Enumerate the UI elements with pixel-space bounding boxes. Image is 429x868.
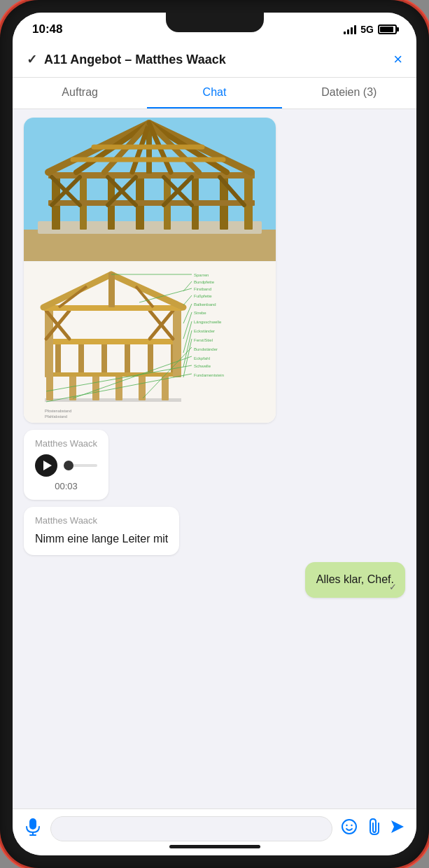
svg-rect-47	[173, 307, 181, 377]
audio-duration: 00:03	[35, 481, 97, 491]
timber-diagram: Sparren Bundpfette Firstband Fußpfette B…	[31, 269, 269, 419]
message-input[interactable]	[50, 816, 332, 841]
svg-text:Pfostenabstand: Pfostenabstand	[45, 409, 71, 413]
emoji-icon	[341, 818, 358, 835]
svg-rect-38	[55, 342, 61, 376]
text-sender: Matthes Waack	[35, 515, 168, 526]
close-button[interactable]: ×	[393, 50, 402, 69]
svg-point-89	[342, 820, 356, 834]
audio-scrubber[interactable]	[64, 461, 73, 470]
send-icon	[390, 819, 405, 834]
svg-rect-31	[45, 398, 181, 402]
svg-text:Eckpfahl: Eckpfahl	[194, 356, 210, 360]
mic-button[interactable]	[24, 817, 42, 841]
chat-content: Sparren Bundpfette Firstband Fußpfette B…	[13, 109, 416, 808]
status-icons: 5G	[344, 24, 397, 35]
svg-marker-92	[391, 820, 404, 833]
emoji-button[interactable]	[341, 818, 358, 839]
svg-line-61	[183, 295, 192, 305]
tab-chat[interactable]: Chat	[147, 78, 281, 108]
svg-line-53	[43, 274, 111, 307]
audio-timeline[interactable]	[64, 464, 97, 467]
play-triangle-icon	[43, 461, 52, 470]
tab-auftrag[interactable]: Auftrag	[13, 78, 147, 108]
tabs: Auftrag Chat Dateien (3)	[13, 78, 416, 109]
svg-text:Strebe: Strebe	[194, 311, 206, 315]
sent-message-text: Alles klar, Chef.	[316, 572, 394, 587]
svg-rect-1	[24, 230, 276, 261]
svg-rect-44	[45, 339, 181, 344]
tab-dateien[interactable]: Dateien (3)	[282, 78, 416, 108]
svg-text:Eckständer: Eckständer	[194, 329, 215, 333]
app-header: ✓ A11 Angebot – Matthes Waack ×	[13, 42, 416, 78]
svg-text:Pfahlabstand: Pfahlabstand	[45, 414, 67, 419]
checkmark-icon: ✓	[27, 52, 37, 67]
sent-text-message: Alles klar, Chef. ✓	[305, 562, 405, 597]
status-time: 10:48	[32, 22, 62, 36]
phone-frame: 10:48 5G ✓ A11 Angebot – Matthes Waack	[0, 0, 429, 868]
svg-rect-32	[46, 374, 53, 400]
svg-text:Fußpfette: Fußpfette	[194, 294, 212, 298]
svg-text:Längsschwelle: Längsschwelle	[194, 320, 222, 324]
paperclip-icon	[366, 818, 381, 836]
svg-rect-40	[101, 342, 107, 376]
svg-point-91	[351, 825, 352, 826]
received-text-message: Matthes Waack Nimm eine lange Leiter mit	[24, 507, 179, 555]
phone-screen: 10:48 5G ✓ A11 Angebot – Matthes Waack	[13, 13, 416, 855]
svg-text:Ferst/Stiel: Ferst/Stiel	[194, 338, 213, 342]
svg-text:Bundständer: Bundständer	[194, 347, 218, 351]
svg-line-54	[111, 274, 183, 307]
audio-player	[35, 454, 97, 477]
svg-rect-86	[29, 818, 36, 830]
svg-rect-55	[108, 272, 115, 307]
svg-text:Balkenband: Balkenband	[194, 302, 216, 307]
svg-rect-34	[92, 374, 99, 400]
signal-icon	[344, 24, 356, 34]
audio-message: Matthes Waack 00:03	[24, 430, 108, 500]
attachment-button[interactable]	[366, 818, 381, 840]
message-text: Nimm eine lange Leiter mit	[35, 531, 168, 547]
svg-text:Fundamentstein: Fundamentstein	[194, 373, 224, 377]
image-message: Sparren Bundpfette Firstband Fußpfette B…	[24, 118, 276, 423]
network-type: 5G	[360, 24, 374, 35]
notch	[166, 13, 264, 32]
svg-text:Schwelle: Schwelle	[194, 364, 211, 368]
send-button[interactable]	[390, 819, 405, 839]
svg-rect-45	[45, 372, 181, 377]
svg-point-90	[346, 825, 347, 826]
svg-rect-39	[78, 342, 84, 376]
home-indicator	[169, 845, 260, 848]
svg-rect-41	[125, 342, 130, 376]
microphone-icon	[24, 817, 42, 836]
page-title: A11 Angebot – Matthes Waack	[44, 52, 226, 67]
construction-photo	[24, 118, 276, 261]
audio-sender: Matthes Waack	[35, 438, 97, 449]
svg-text:Firstband: Firstband	[194, 287, 211, 291]
play-button[interactable]	[35, 454, 57, 477]
message-checkmark: ✓	[389, 582, 397, 592]
battery-icon	[378, 24, 397, 34]
svg-text:Sparren: Sparren	[194, 273, 209, 277]
svg-text:Bundpfette: Bundpfette	[194, 280, 215, 284]
header-title-row: ✓ A11 Angebot – Matthes Waack	[27, 52, 226, 67]
